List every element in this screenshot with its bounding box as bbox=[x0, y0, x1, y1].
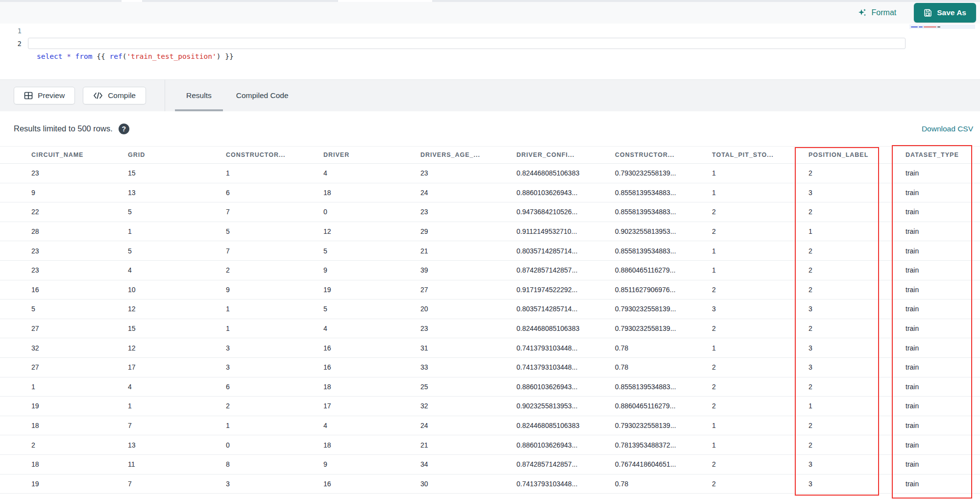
table-cell: 23 bbox=[420, 169, 516, 177]
table-cell: 2 bbox=[31, 441, 128, 449]
table-cell: 0.7813953488372... bbox=[615, 441, 712, 449]
results-info-bar: Results limited to 500 rows. ? Download … bbox=[0, 111, 980, 146]
table-row: 18714240.8244680851063830.7930232558139.… bbox=[0, 416, 980, 436]
table-cell: 8 bbox=[226, 460, 323, 468]
table-cell: 4 bbox=[323, 422, 420, 429]
table-cell: train bbox=[906, 422, 980, 429]
table-cell: 9 bbox=[226, 286, 323, 294]
table-cell: train bbox=[906, 247, 980, 255]
download-csv-link[interactable]: Download CSV bbox=[922, 125, 973, 133]
table-cell: train bbox=[906, 344, 980, 352]
column-header: CIRCUIT_NAME bbox=[31, 151, 128, 158]
table-cell: 2 bbox=[712, 227, 808, 235]
code-line-1[interactable]: select * from {{ ref('train_test_positio… bbox=[37, 50, 975, 63]
help-icon[interactable]: ? bbox=[119, 124, 129, 134]
table-cell: 2 bbox=[712, 402, 808, 410]
table-cell: 12 bbox=[323, 227, 420, 235]
table-cell: 0.824468085106383 bbox=[516, 325, 615, 332]
tab-compiled-code[interactable]: Compiled Code bbox=[224, 80, 301, 112]
table-cell: 12 bbox=[128, 305, 226, 313]
table-cell: 16 bbox=[31, 286, 128, 294]
table-cell: train bbox=[906, 325, 980, 332]
table-cell: 19 bbox=[323, 286, 420, 294]
preview-button[interactable]: Preview bbox=[14, 87, 75, 104]
table-cell: 9 bbox=[323, 460, 420, 468]
table-cell: 19 bbox=[31, 402, 128, 410]
table-cell: 2 bbox=[808, 266, 906, 274]
save-as-button[interactable]: Save As bbox=[914, 3, 976, 23]
table-cell: 3 bbox=[226, 480, 323, 488]
table-cell: 2 bbox=[712, 480, 808, 488]
table-cell: 0.8558139534883... bbox=[615, 247, 712, 255]
table-cell: 15 bbox=[128, 169, 226, 177]
table-cell: train bbox=[906, 305, 980, 313]
table-cell: train bbox=[906, 383, 980, 391]
table-cell: 3 bbox=[712, 305, 808, 313]
table-cell: 10 bbox=[128, 286, 226, 294]
table-cell: 1 bbox=[808, 227, 906, 235]
table-cell: 6 bbox=[226, 189, 323, 197]
table-cell: 3 bbox=[808, 344, 906, 352]
table-cell: 13 bbox=[128, 441, 226, 449]
table-cell: 0.9023255813953... bbox=[516, 402, 615, 410]
table-cell: 21 bbox=[420, 247, 516, 255]
table-cell: 0.824468085106383 bbox=[516, 169, 615, 177]
table-cell: 11 bbox=[128, 460, 226, 468]
table-cell: 0.78 bbox=[615, 363, 712, 371]
table-row: 231514230.8244680851063830.7930232558139… bbox=[0, 164, 980, 183]
table-cell: 1 bbox=[128, 227, 226, 235]
table-cell: 3 bbox=[808, 460, 906, 468]
code-editor[interactable]: 1 2 select * from {{ ref('train_test_pos… bbox=[0, 24, 980, 79]
table-cell: 16 bbox=[323, 344, 420, 352]
table-cell: 0.7674418604651... bbox=[615, 460, 712, 468]
row-limit-message: Results limited to 500 rows. bbox=[14, 124, 113, 133]
table-cell: 4 bbox=[323, 169, 420, 177]
format-button[interactable]: Format bbox=[858, 8, 897, 18]
table-cell: 1 bbox=[712, 247, 808, 255]
table-cell: 27 bbox=[420, 286, 516, 294]
compile-button[interactable]: Compile bbox=[83, 87, 146, 104]
column-header: CONSTRUCTOR... bbox=[615, 151, 712, 158]
column-header: DATASET_TYPE bbox=[906, 151, 980, 158]
table-cell: 0.7930232558139... bbox=[615, 325, 712, 332]
column-header: DRIVERS_AGE_... bbox=[420, 151, 516, 158]
table-row: 181189340.8742857142857...0.767441860465… bbox=[0, 455, 980, 475]
table-cell: 4 bbox=[128, 383, 226, 391]
tab-results[interactable]: Results bbox=[174, 80, 224, 112]
code-token: 'train_test_position' bbox=[126, 52, 216, 60]
table-cell: train bbox=[906, 286, 980, 294]
table-cell: 39 bbox=[420, 266, 516, 274]
table-cell: 2 bbox=[808, 441, 906, 449]
table-cell: 20 bbox=[420, 305, 516, 313]
table-cell: 22 bbox=[31, 208, 128, 216]
table-cell: 27 bbox=[31, 363, 128, 371]
results-table-header: CIRCUIT_NAMEGRIDCONSTRUCTOR...DRIVERDRIV… bbox=[0, 146, 980, 164]
table-cell: 0.7930232558139... bbox=[615, 169, 712, 177]
table-cell: 18 bbox=[31, 422, 128, 429]
table-cell: 0.824468085106383 bbox=[516, 422, 615, 429]
table-cell: 2 bbox=[808, 422, 906, 429]
table-cell: 3 bbox=[808, 189, 906, 197]
table-cell: 0.8511627906976... bbox=[615, 286, 712, 294]
code-token: * bbox=[67, 52, 71, 60]
table-cell: 0.9473684210526... bbox=[516, 208, 615, 216]
table-cell: 1 bbox=[128, 402, 226, 410]
table-cell: 0.8860103626943... bbox=[516, 441, 615, 449]
table-cell: 4 bbox=[128, 266, 226, 274]
table-cell: 2 bbox=[226, 402, 323, 410]
table-cell: 0.8860103626943... bbox=[516, 189, 615, 197]
line-number: 1 bbox=[0, 25, 22, 37]
table-cell: 5 bbox=[128, 208, 226, 216]
table-cell: 28 bbox=[31, 227, 128, 235]
table-cell: 1 bbox=[226, 305, 323, 313]
table-row: 14618250.8860103626943...0.8558139534883… bbox=[0, 377, 980, 397]
table-cell: 2 bbox=[712, 383, 808, 391]
code-token bbox=[93, 52, 97, 60]
code-token: from bbox=[75, 52, 93, 60]
table-cell: 7 bbox=[128, 480, 226, 488]
table-cell: 6 bbox=[226, 383, 323, 391]
table-cell: 18 bbox=[323, 441, 420, 449]
table-cell: 1 bbox=[226, 169, 323, 177]
table-cell: 0.8558139534883... bbox=[615, 208, 712, 216]
column-header: TOTAL_PIT_STO... bbox=[712, 151, 808, 158]
